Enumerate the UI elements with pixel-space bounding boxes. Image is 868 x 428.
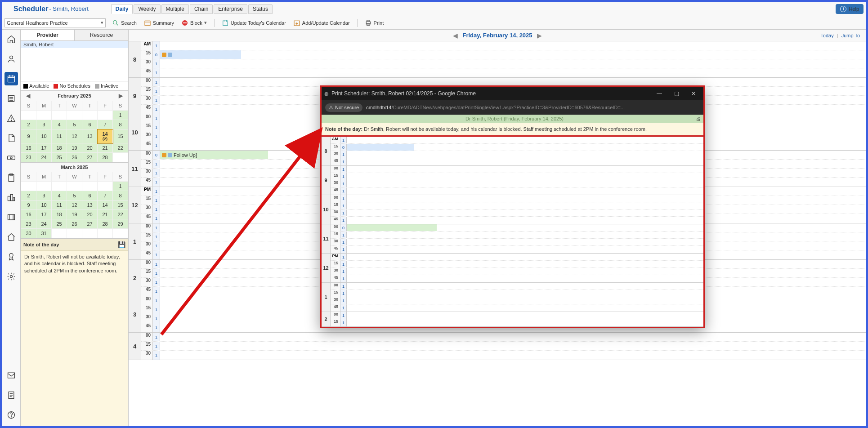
calendar-day[interactable]: 24 [36, 153, 52, 162]
schedule-slot[interactable] [347, 173, 703, 180]
schedule-slot[interactable] [347, 304, 703, 312]
rail-film-icon[interactable] [4, 210, 18, 224]
rail-list-icon[interactable] [4, 92, 18, 105]
tab-enterprise[interactable]: Enterprise [214, 4, 247, 14]
tab-daily[interactable]: Daily [111, 4, 133, 14]
calendar-day[interactable]: 12 [67, 201, 82, 210]
minimize-icon[interactable]: — [652, 90, 667, 97]
calendar-day[interactable]: 10 [36, 129, 52, 143]
calendar-day[interactable]: 1 [113, 182, 128, 191]
calendar-day[interactable]: 8 [113, 191, 128, 201]
calendar-day[interactable]: 20 [82, 143, 98, 153]
today-link[interactable]: Today [820, 33, 833, 38]
schedule-slot[interactable] [347, 232, 703, 238]
next-day-arrow[interactable]: ▶ [532, 32, 546, 39]
schedule-slot[interactable] [347, 254, 703, 260]
rail-money-icon[interactable] [4, 151, 18, 165]
schedule-slot[interactable] [160, 68, 866, 77]
schedule-slot[interactable] [347, 202, 703, 209]
calendar-day[interactable]: 3 [36, 191, 52, 201]
schedule-slot[interactable] [347, 137, 703, 143]
close-icon[interactable]: ✕ [686, 90, 701, 97]
mini-calendar-feb[interactable]: ◀February 2025▶SMTWTFS123456789101112131… [21, 91, 128, 163]
appointment[interactable]: Follow Up] [160, 151, 268, 159]
tab-provider[interactable]: Provider [21, 30, 75, 40]
rail-note-icon[interactable] [4, 388, 18, 402]
calendar-day[interactable]: 21 [98, 143, 113, 153]
schedule-slot[interactable] [347, 319, 703, 326]
calendar-day[interactable]: 17 [36, 210, 52, 219]
schedule-slot[interactable] [160, 342, 866, 350]
not-secure-badge[interactable]: ⚠ Not secure [325, 103, 362, 112]
tab-resource[interactable]: Resource [75, 30, 128, 40]
schedule-slot[interactable] [160, 351, 866, 360]
block-button[interactable]: Block ▾ [181, 19, 207, 27]
schedule-slot[interactable] [347, 187, 703, 195]
calendar-day[interactable]: 27 [82, 219, 98, 229]
calendar-day[interactable]: 25 [52, 153, 67, 162]
next-month-arrow[interactable]: ▶ [116, 93, 125, 99]
url-text[interactable]: cmdlhrltx14/CureMD/ADTNew/webpages/datPr… [366, 104, 625, 111]
schedule-slot[interactable] [347, 158, 703, 165]
practice-select[interactable]: General Heathcare Practice ▾ [4, 18, 106, 27]
calendar-day[interactable]: 22 [113, 143, 128, 153]
schedule-slot[interactable] [347, 283, 703, 290]
save-note-icon[interactable]: 💾 [118, 241, 125, 248]
summary-button[interactable]: Summary [144, 19, 174, 27]
print-button[interactable]: Print [365, 19, 384, 27]
appointment[interactable] [160, 50, 241, 59]
calendar-day[interactable]: 16 [21, 210, 36, 219]
calendar-day[interactable]: 28 [98, 153, 113, 162]
schedule-slot[interactable] [347, 290, 703, 297]
calendar-day[interactable]: 5 [67, 191, 82, 201]
calendar-day[interactable]: 17 [36, 143, 52, 153]
calendar-day[interactable]: 26 [67, 153, 82, 162]
schedule-slot[interactable] [347, 297, 703, 304]
calendar-day[interactable]: 13 [82, 201, 98, 210]
jump-to-link[interactable]: Jump To [841, 33, 860, 38]
calendar-day[interactable]: 9 [21, 129, 36, 143]
tab-chain[interactable]: Chain [190, 4, 213, 14]
calendar-day[interactable]: 25 [52, 219, 67, 229]
calendar-day[interactable]: 11 [52, 201, 67, 210]
calendar-day[interactable]: 4 [52, 120, 67, 129]
calendar-day[interactable]: 14(2) [98, 129, 113, 143]
calendar-day[interactable]: 8 [113, 120, 128, 129]
schedule-slot[interactable] [347, 166, 703, 173]
rail-org-icon[interactable] [4, 191, 18, 204]
calendar-day[interactable]: 10 [36, 201, 52, 210]
calendar-day[interactable]: 16 [21, 143, 36, 153]
rail-home-icon[interactable] [4, 32, 18, 46]
calendar-day[interactable]: 5 [67, 120, 82, 129]
calendar-day[interactable]: 23 [21, 219, 36, 229]
mini-calendar-mar[interactable]: March 2025SMTWTFS12345678910111213141516… [21, 163, 128, 239]
search-button[interactable]: Search [112, 19, 137, 27]
calendar-day[interactable]: 7 [98, 120, 113, 129]
rail-help-icon[interactable] [4, 408, 18, 422]
calendar-day[interactable]: 11 [52, 129, 67, 143]
appointment[interactable] [347, 144, 414, 151]
calendar-day[interactable]: 3 [36, 120, 52, 129]
calendar-day[interactable]: 2 [21, 120, 36, 129]
tab-weekly[interactable]: Weekly [134, 4, 160, 14]
schedule-slot[interactable] [347, 312, 703, 319]
calendar-day[interactable]: 15 [113, 201, 128, 210]
calendar-day[interactable]: 6 [82, 191, 98, 201]
schedule-slot[interactable] [347, 195, 703, 202]
rail-alert-icon[interactable] [4, 111, 18, 125]
schedule-slot[interactable] [347, 210, 703, 216]
schedule-slot[interactable] [347, 261, 703, 268]
calendar-day[interactable]: 19 [67, 143, 82, 153]
calendar-day[interactable]: 1 [113, 111, 128, 120]
calendar-day[interactable]: 21 [98, 210, 113, 219]
appointment[interactable] [347, 224, 437, 231]
provider-item[interactable]: Smith, Robert [21, 41, 128, 48]
schedule-slot[interactable] [347, 246, 703, 253]
update-today-button[interactable]: Update Today's Calendar [222, 19, 286, 27]
provider-list[interactable]: Smith, Robert [21, 41, 128, 81]
rail-mail-icon[interactable] [4, 369, 18, 382]
calendar-day[interactable]: 19 [67, 210, 82, 219]
calendar-day[interactable]: 14 [98, 201, 113, 210]
schedule-slot[interactable] [347, 268, 703, 275]
schedule-slot[interactable] [347, 224, 703, 231]
